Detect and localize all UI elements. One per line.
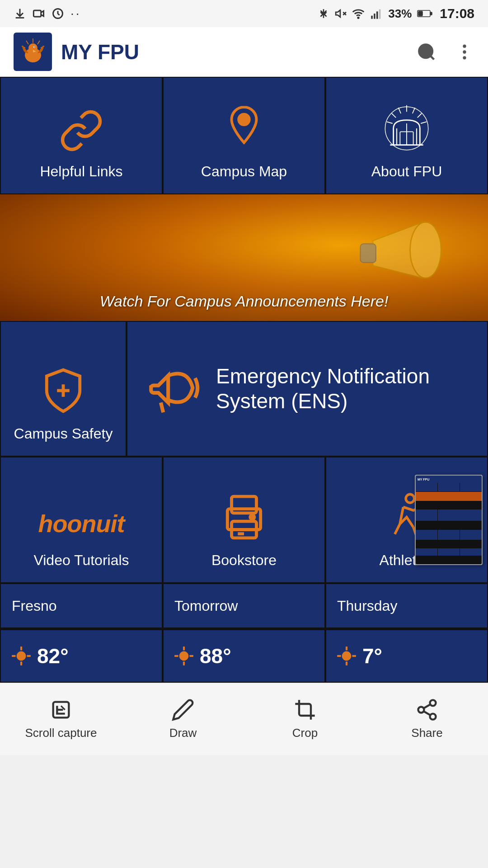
tiles-row-2: Campus Safety Emergency Notification Sys… — [0, 321, 488, 457]
weather-cell-fresno[interactable]: Fresno — [0, 583, 163, 628]
megaphone-icon — [144, 359, 202, 419]
svg-line-34 — [421, 122, 427, 123]
status-right-icons: 33% 17:08 — [318, 6, 474, 21]
crop-icon — [293, 698, 317, 722]
weather-cell-thursday[interactable]: Thursday — [325, 583, 488, 628]
svg-point-51 — [406, 494, 414, 503]
menu-dots-icon[interactable] — [455, 42, 474, 62]
svg-rect-6 — [374, 14, 375, 19]
sun-icon-fresno — [10, 645, 33, 667]
sun-icon-thursday — [335, 645, 358, 667]
helpful-links-label: Helpful Links — [40, 163, 122, 180]
svg-point-57 — [179, 651, 189, 661]
svg-rect-7 — [376, 11, 378, 19]
search-icon[interactable] — [417, 42, 436, 62]
svg-line-23 — [431, 56, 434, 59]
announcement-banner[interactable]: Watch For Campus Announcements Here! — [0, 194, 488, 321]
about-fpu-label: About FPU — [371, 163, 442, 180]
svg-rect-0 — [33, 10, 41, 17]
svg-line-33 — [387, 122, 393, 123]
video-tutorials-tile[interactable]: hoonuit Video Tutorials — [0, 457, 163, 583]
svg-point-72 — [430, 714, 436, 720]
bookstore-tile[interactable]: Bookstore — [163, 457, 325, 583]
draw-label: Draw — [169, 726, 197, 740]
campus-map-tile[interactable]: Campus Map — [163, 77, 325, 194]
city-thursday: Thursday — [337, 598, 397, 614]
campus-safety-tile[interactable]: Campus Safety — [0, 321, 127, 457]
svg-point-22 — [419, 44, 432, 57]
campus-safety-label: Campus Safety — [14, 425, 113, 442]
svg-rect-11 — [418, 11, 422, 16]
svg-point-4 — [358, 17, 359, 18]
temp-tomorrow: 88° — [200, 644, 231, 668]
svg-point-62 — [342, 651, 352, 661]
svg-point-52 — [17, 651, 26, 661]
tiles-row-1: Helpful Links Campus Map — [0, 77, 488, 194]
announcement-text: Watch For Campus Announcements Here! — [82, 282, 407, 321]
svg-point-27 — [239, 114, 249, 125]
tiles-row-3: hoonuit Video Tutorials Bookstore — [0, 457, 488, 583]
founded-icon — [382, 104, 432, 155]
svg-line-32 — [418, 113, 422, 118]
svg-rect-10 — [430, 12, 432, 15]
temp-row: 82° 88° — [0, 628, 488, 683]
link-icon — [59, 108, 104, 155]
draw-button[interactable]: Draw — [122, 698, 244, 740]
helpful-links-tile[interactable]: Helpful Links — [0, 77, 163, 194]
draw-icon — [171, 698, 195, 722]
svg-rect-45 — [232, 496, 257, 513]
temp-fresno: 82° — [37, 644, 69, 668]
app-bar-actions[interactable] — [417, 42, 474, 62]
svg-point-24 — [463, 44, 466, 47]
app-title: MY FPU — [61, 40, 417, 64]
hoonuit-icon: hoonuit — [38, 509, 125, 544]
ens-tile[interactable]: Emergency Notification System (ENS) — [127, 321, 488, 457]
crop-button[interactable]: Crop — [244, 698, 366, 740]
screenshot-preview-overlay: MY FPU — [415, 475, 483, 565]
share-label: Share — [411, 726, 442, 740]
svg-line-73 — [424, 711, 431, 715]
scroll-capture-icon — [49, 698, 73, 722]
svg-rect-42 — [361, 244, 376, 262]
app-bar: MY FPU — [0, 27, 488, 77]
svg-rect-8 — [379, 9, 381, 19]
status-bar: ·· 33% 17:08 — [0, 0, 488, 27]
svg-rect-5 — [371, 16, 373, 19]
bookstore-icon — [219, 492, 269, 544]
campus-map-label: Campus Map — [201, 163, 287, 180]
about-fpu-tile[interactable]: About FPU — [325, 77, 488, 194]
video-tutorials-label: Video Tutorials — [33, 552, 129, 569]
ens-label: Emergency Notification System (ENS) — [216, 364, 471, 414]
weather-row: Fresno Tomorrow Thursday — [0, 583, 488, 628]
city-fresno: Fresno — [12, 598, 57, 614]
svg-point-50 — [250, 515, 254, 519]
share-button[interactable]: Share — [366, 698, 488, 740]
crop-label: Crop — [292, 726, 318, 740]
svg-point-71 — [418, 707, 424, 713]
bottom-toolbar: Scroll capture Draw Crop Share — [0, 683, 488, 755]
time: 17:08 — [440, 6, 474, 21]
sun-icon-tomorrow — [173, 645, 195, 667]
map-pin-icon — [221, 104, 267, 155]
svg-point-41 — [410, 222, 441, 278]
svg-point-26 — [463, 56, 466, 59]
svg-line-74 — [424, 704, 431, 708]
scroll-capture-button[interactable]: Scroll capture — [0, 698, 122, 740]
temp-thursday: 7° — [362, 644, 382, 668]
weather-cell-tomorrow[interactable]: Tomorrow — [163, 583, 325, 628]
battery-text: 33% — [388, 7, 412, 21]
shield-icon — [38, 366, 88, 417]
share-icon — [415, 698, 439, 722]
svg-line-31 — [392, 113, 396, 118]
scroll-capture-label: Scroll capture — [25, 726, 97, 740]
app-logo — [14, 33, 52, 71]
bookstore-label: Bookstore — [211, 552, 277, 569]
svg-point-25 — [463, 50, 466, 53]
content-area: Helpful Links Campus Map — [0, 77, 488, 683]
svg-point-70 — [430, 700, 436, 706]
athletics-tile[interactable]: Athletics MY FPU — [325, 457, 488, 583]
city-tomorrow: Tomorrow — [174, 598, 238, 614]
status-left-icons: ·· — [14, 6, 81, 21]
svg-point-21 — [34, 47, 35, 47]
